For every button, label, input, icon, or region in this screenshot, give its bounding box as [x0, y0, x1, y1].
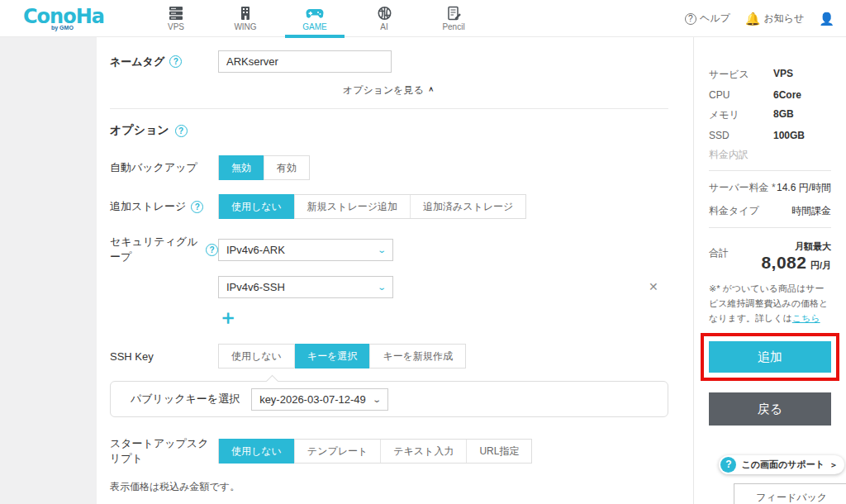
back-button[interactable]: 戻る	[709, 392, 831, 426]
ssh-key-select-button[interactable]: キーを選択	[294, 344, 370, 368]
page-body: ネームタグ ? オプションを見る ＾ オプション ? 自動バックアップ 無効 有…	[97, 37, 846, 504]
price-note: ※* がついている商品はサービス維持調整費込みの価格となります。詳しくはこちら	[709, 281, 831, 326]
top-header: ConoHa by GMO VPS WING GAME AI	[0, 0, 846, 37]
total-unit: 円/月	[810, 260, 831, 270]
nametag-row: ネームタグ ?	[110, 50, 668, 73]
auto-backup-segment: 無効 有効	[218, 155, 310, 180]
spec-value: 6Core	[773, 89, 801, 101]
chevron-up-icon: ＾	[426, 85, 435, 95]
chevron-down-icon: ⌄	[377, 283, 387, 292]
script-template-button[interactable]: テンプレート	[294, 440, 380, 463]
security-group-help-icon[interactable]: ?	[206, 244, 218, 256]
game-gamepad-icon	[306, 6, 324, 21]
breakdown-label: 料金内訳	[709, 148, 831, 162]
add-security-group-icon[interactable]: ＋	[218, 308, 238, 326]
nametag-help-icon[interactable]: ?	[169, 55, 182, 68]
storage-existing-button[interactable]: 追加済みストレージ	[410, 195, 525, 218]
auto-backup-label-group: 自動バックアップ	[110, 160, 218, 175]
spec-row-memory: メモリ 8GB	[709, 108, 831, 122]
auto-backup-label: 自動バックアップ	[110, 160, 197, 175]
feedback-button[interactable]: フィードバック	[734, 483, 846, 504]
price-label: サーバー料金 *	[709, 181, 776, 195]
startup-script-label-group: スタートアップスクリプト	[110, 436, 218, 466]
conoha-logo[interactable]: ConoHa by GMO	[23, 7, 102, 31]
ai-brain-icon	[377, 6, 392, 21]
screen-support-button[interactable]: ? この画面のサポート ＞	[719, 455, 844, 474]
price-row-type: 料金タイプ 時間課金	[709, 204, 831, 218]
server-config-form: ネームタグ ? オプションを見る ＾ オプション ? 自動バックアップ 無効 有…	[97, 37, 694, 504]
section-divider	[110, 108, 668, 109]
tax-note: 表示価格は税込み金額です。	[110, 480, 668, 494]
auto-backup-row: 自動バックアップ 無効 有効	[110, 155, 668, 180]
storage-none-button[interactable]: 使用しない	[219, 194, 294, 219]
spec-label: メモリ	[709, 108, 773, 122]
help-question-icon: ?	[685, 13, 696, 25]
script-url-button[interactable]: URL指定	[466, 440, 531, 463]
options-toggle-label: オプションを見る	[343, 84, 424, 96]
storage-label-group: 追加ストレージ ?	[110, 199, 218, 214]
storage-help-icon[interactable]: ?	[191, 201, 203, 213]
news-menu[interactable]: 🔔 お知らせ	[745, 12, 805, 26]
public-key-panel: パブリックキーを選択 key-2026-03-07-12-49 ⌄	[110, 381, 668, 417]
startup-script-label: スタートアップスクリプト	[110, 436, 218, 466]
total-amount-group: 月額最大 8,082 円/月	[761, 238, 831, 273]
help-menu[interactable]: ? ヘルプ	[685, 12, 730, 26]
price-row-server: サーバー料金 * 14.6 円/時間	[709, 181, 831, 195]
header-actions: ? ヘルプ 🔔 お知らせ 👤	[685, 0, 834, 37]
order-summary-sidebar: サービス VPS CPU 6Core メモリ 8GB SSD 100GB 料金内…	[694, 37, 846, 504]
annotation-red-box: 追加	[701, 333, 839, 381]
spec-row-service: サービス VPS	[709, 68, 831, 82]
tab-wing-label: WING	[234, 22, 256, 31]
public-key-select[interactable]: key-2026-03-07-12-49 ⌄	[251, 388, 388, 411]
security-group-label-group: セキュリティグループ ?	[110, 235, 218, 264]
ssh-key-create-button[interactable]: キーを新規作成	[369, 345, 465, 368]
options-heading-row: オプション ?	[110, 123, 668, 138]
tab-wing[interactable]: WING	[211, 0, 280, 37]
ssh-key-label: SSH Key	[110, 350, 154, 363]
nametag-label: ネームタグ	[110, 55, 164, 69]
security-group-label: セキュリティグループ	[110, 235, 201, 264]
remove-security-group-icon[interactable]: ✕	[649, 280, 658, 293]
spec-row-cpu: CPU 6Core	[709, 89, 831, 101]
storage-label: 追加ストレージ	[110, 199, 186, 214]
tab-vps[interactable]: VPS	[141, 0, 211, 37]
user-icon: 👤	[819, 12, 834, 26]
startup-script-row: スタートアップスクリプト 使用しない テンプレート テキスト入力 URL指定	[110, 436, 668, 466]
tab-game[interactable]: GAME	[280, 0, 349, 37]
nametag-input[interactable]	[218, 50, 392, 73]
add-security-group-row: ＋	[218, 308, 668, 327]
tab-vps-label: VPS	[168, 22, 184, 31]
public-key-value: key-2026-03-07-12-49	[259, 393, 366, 406]
script-text-button[interactable]: テキスト入力	[380, 440, 466, 463]
storage-new-button[interactable]: 新規ストレージ追加	[294, 195, 410, 218]
ssh-key-none-button[interactable]: 使用しない	[219, 345, 294, 368]
security-group-select-1-value: IPv4v6-ARK	[226, 244, 285, 256]
security-group-row: セキュリティグループ ? IPv4v6-ARK ⌄	[110, 235, 668, 264]
security-group-select-1[interactable]: IPv4v6-ARK ⌄	[218, 239, 393, 261]
tab-pencil-label: Pencil	[442, 22, 464, 31]
account-menu[interactable]: 👤	[819, 12, 834, 26]
bell-icon: 🔔	[745, 12, 761, 26]
add-server-button[interactable]: 追加	[709, 341, 831, 373]
vps-server-icon	[168, 6, 184, 21]
chevron-down-icon: ⌄	[372, 395, 382, 404]
storage-row: 追加ストレージ ? 使用しない 新規ストレージ追加 追加済みストレージ	[110, 194, 668, 219]
chevron-right-icon: ＞	[829, 459, 838, 471]
tab-ai-label: AI	[380, 22, 387, 31]
sidebar-divider	[709, 227, 831, 228]
wing-building-icon	[237, 6, 254, 21]
options-heading: オプション	[110, 123, 169, 138]
service-nav: VPS WING GAME AI Pencil	[141, 0, 488, 37]
price-note-link[interactable]: こちら	[792, 313, 820, 323]
options-help-icon[interactable]: ?	[175, 125, 188, 137]
tab-pencil[interactable]: Pencil	[419, 0, 488, 37]
script-none-button[interactable]: 使用しない	[219, 439, 294, 464]
options-toggle-link[interactable]: オプションを見る ＾	[343, 84, 435, 96]
auto-backup-off-button[interactable]: 無効	[219, 155, 264, 180]
auto-backup-on-button[interactable]: 有効	[264, 156, 309, 179]
security-group-select-2[interactable]: IPv4v6-SSH ⌄	[218, 276, 393, 298]
tab-ai[interactable]: AI	[349, 0, 419, 37]
ssh-key-segment: 使用しない キーを選択 キーを新規作成	[218, 344, 466, 368]
price-value: 時間課金	[791, 204, 831, 218]
ssh-key-row: SSH Key 使用しない キーを選択 キーを新規作成	[110, 344, 668, 368]
